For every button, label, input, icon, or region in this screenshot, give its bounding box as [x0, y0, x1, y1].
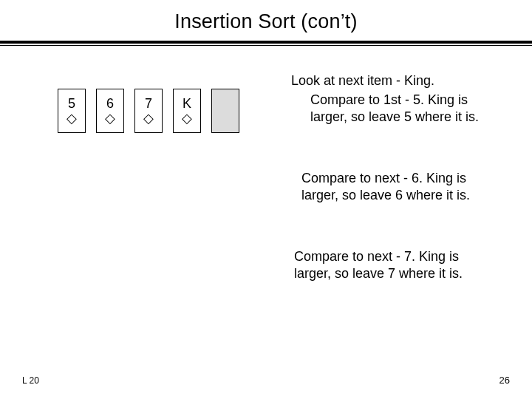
card-6: 6 ◇	[96, 89, 124, 133]
footer-page-number: 26	[499, 375, 510, 386]
diamond-icon: ◇	[182, 112, 192, 125]
rule-thin	[0, 45, 532, 46]
diamond-icon: ◇	[66, 112, 77, 125]
step-paragraph-2: Compare to next - 6. King is larger, so …	[301, 170, 494, 203]
card-row: 5 ◇ 6 ◇ 7 ◇ K ◇	[58, 89, 239, 133]
footer-lecture-label: L 20	[22, 375, 39, 386]
step-paragraph-1: Compare to 1st - 5. King is larger, so l…	[310, 92, 502, 125]
card-rank: 6	[106, 97, 114, 110]
card-empty	[211, 89, 239, 133]
diamond-icon: ◇	[105, 112, 115, 125]
step-heading: Look at next item - King.	[291, 72, 434, 89]
rule-thick	[0, 41, 532, 44]
slide-title: Insertion Sort (con’t)	[0, 0, 532, 41]
card-rank: 5	[68, 97, 75, 110]
card-5: 5 ◇	[58, 89, 86, 133]
card-7: 7 ◇	[134, 89, 163, 133]
step-paragraph-3: Compare to next - 7. King is larger, so …	[294, 248, 486, 282]
card-rank: K	[183, 97, 191, 110]
diamond-icon: ◇	[143, 112, 154, 125]
card-rank: 7	[145, 97, 152, 110]
card-king: K ◇	[173, 89, 201, 133]
title-rule	[0, 41, 532, 46]
